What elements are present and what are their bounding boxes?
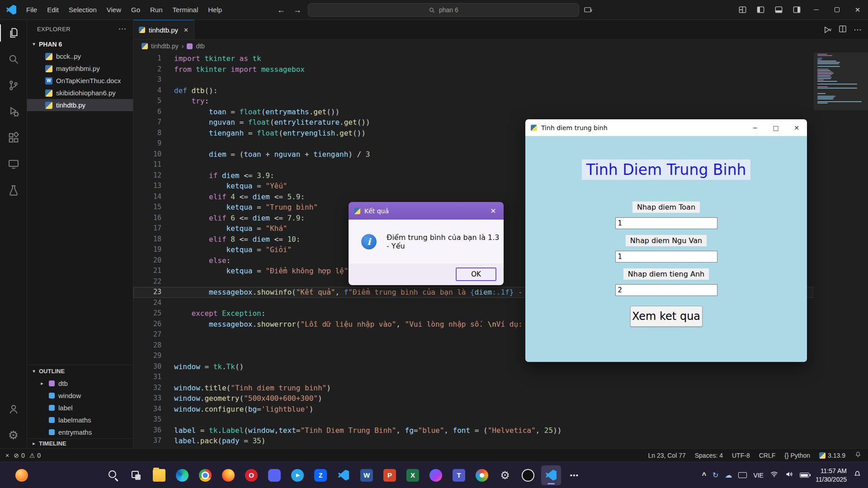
menu-view[interactable]: View (102, 4, 126, 16)
activity-search-icon[interactable] (0, 46, 27, 72)
split-editor-icon[interactable] (838, 24, 847, 35)
editor-more-icon[interactable]: ⋯ (854, 25, 862, 35)
activity-run-debug-icon[interactable] (0, 99, 27, 125)
tray-chevron-up-icon[interactable]: ^ (702, 471, 706, 479)
taskbar-messenger[interactable] (426, 465, 446, 485)
touch-keyboard-icon[interactable] (738, 472, 747, 478)
toggle-secondary-sidebar-icon[interactable] (788, 0, 806, 20)
taskbar-settings[interactable]: ⚙ (495, 465, 515, 485)
file-bcck..py[interactable]: bcck..py (27, 50, 133, 62)
close-button[interactable]: ✕ (847, 0, 868, 20)
ok-button[interactable]: OK (456, 267, 496, 281)
code-line[interactable]: 1import tkinter as tk (133, 53, 868, 64)
code-line[interactable]: 37label.pack(pady = 35) (133, 436, 868, 446)
outline-item-window[interactable]: window (27, 389, 133, 402)
warnings-indicator[interactable]: ⚠ 0 (29, 452, 41, 459)
taskbar-bell-icon[interactable] (853, 470, 862, 480)
code-line[interactable]: 31 (133, 372, 868, 383)
tk-maximize-button[interactable]: □ (765, 119, 786, 136)
taskbar-start[interactable] (80, 465, 100, 485)
code-line[interactable]: 33window.geometry("500x400+600+300") (133, 393, 868, 404)
new-window-layout-icon[interactable]: ∨ (584, 6, 593, 14)
taskbar-weather-widget[interactable] (12, 465, 32, 485)
taskbar-excel[interactable]: X (403, 465, 423, 485)
tab-tinhdtb[interactable]: tinhdtb.py ✕ (133, 20, 194, 39)
taskbar-edge[interactable] (172, 465, 192, 485)
minimap[interactable] (814, 52, 868, 448)
taskbar-photos[interactable] (472, 465, 492, 485)
tk-titlebar[interactable]: Tinh diem trung binh ─ □ ✕ (525, 119, 807, 136)
language-indicator[interactable]: VIE (753, 472, 764, 479)
code-line[interactable]: 35 (133, 414, 868, 425)
encoding[interactable]: UTF-8 (732, 452, 750, 459)
code-line[interactable]: 6 toan = float(entrymaths.get()) (133, 107, 868, 117)
back-icon[interactable]: ← (275, 5, 287, 15)
tk-close-button[interactable]: ✕ (786, 119, 807, 136)
cursor-position[interactable]: Ln 23, Col 77 (648, 452, 685, 459)
folder-phan-6[interactable]: ▾ PHAN 6 (27, 38, 133, 50)
settings-gear-icon[interactable]: ⚙ (0, 422, 27, 448)
score-entry-2[interactable] (615, 284, 717, 296)
taskbar-word[interactable]: W (357, 465, 377, 485)
taskbar-teams[interactable]: T (449, 465, 469, 485)
dialog-close-icon[interactable]: ✕ (483, 202, 504, 220)
menu-edit[interactable]: Edit (42, 4, 63, 16)
timeline-header[interactable]: ▸ TIMELINE (27, 437, 66, 450)
battery-icon[interactable] (800, 473, 809, 478)
code-line[interactable]: 34window.configure(bg='lightblue') (133, 404, 868, 415)
file-tinhdtb.py[interactable]: tinhdtb.py (27, 99, 133, 111)
tk-minimize-button[interactable]: ─ (745, 119, 765, 136)
code-line[interactable]: 2from tkinter import messagebox (133, 64, 868, 75)
toggle-panel-icon[interactable] (769, 0, 788, 20)
minimize-button[interactable] (806, 0, 826, 20)
taskbar-chrome[interactable] (195, 465, 215, 485)
code-line[interactable]: 30window = tk.Tk() (133, 361, 868, 372)
eol-sequence[interactable]: CRLF (759, 452, 776, 459)
activity-extensions-icon[interactable] (0, 125, 27, 151)
wifi-icon[interactable] (770, 470, 778, 480)
errors-indicator[interactable]: ⊘ 0 (14, 452, 25, 459)
outline-header[interactable]: ▾ OUTLINE (27, 365, 133, 377)
sync-icon[interactable]: ↻ (712, 471, 718, 479)
notifications-bell-icon[interactable] (854, 451, 862, 460)
menu-go[interactable]: Go (127, 4, 145, 16)
xem-ket-qua-button[interactable]: Xem ket qua (630, 306, 703, 327)
run-python-file-icon[interactable]: ∨ (822, 25, 832, 34)
search-input[interactable]: phan 6 (308, 3, 579, 17)
activity-source-control-icon[interactable] (0, 72, 27, 99)
forward-icon[interactable]: → (292, 5, 303, 15)
menu-terminal[interactable]: Terminal (168, 4, 203, 16)
code-line[interactable]: 4def dtb(): (133, 85, 868, 96)
file-maytinhbmi.py[interactable]: maytinhbmi.py (27, 62, 133, 75)
taskbar-clock[interactable]: 11:57 AM 11/30/2025 (816, 467, 847, 483)
dialog-titlebar[interactable]: Kết quả ✕ (349, 202, 504, 220)
taskbar-search[interactable] (103, 465, 123, 485)
toggle-primary-sidebar-icon[interactable] (751, 0, 769, 20)
tab-close-icon[interactable]: ✕ (184, 27, 189, 33)
code-line[interactable]: 36label = tk.Label(window,text="Tinh Die… (133, 425, 868, 436)
indentation[interactable]: Spaces: 4 (695, 452, 723, 459)
maximize-button[interactable] (826, 0, 847, 20)
menu-selection[interactable]: Selection (64, 4, 101, 16)
layout-grid-icon[interactable] (733, 0, 751, 20)
menu-help[interactable]: Help (203, 4, 226, 16)
outline-item-dtb[interactable]: ▸dtb (27, 377, 133, 389)
file-OnTapKienThuc.docx[interactable]: WOnTapKienThuc.docx (27, 75, 133, 87)
taskbar-task-view[interactable] (126, 465, 146, 485)
volume-icon[interactable] (785, 470, 793, 480)
outline-item-label[interactable]: label (27, 402, 133, 414)
remote-indicator-icon[interactable]: × (5, 452, 9, 459)
activity-testing-icon[interactable] (0, 177, 27, 203)
outline-item-entrymaths[interactable]: entrymaths (27, 426, 133, 438)
taskbar-file-explorer[interactable] (149, 465, 169, 485)
taskbar-opera[interactable]: O (241, 465, 261, 485)
code-line[interactable]: 32window.title("Tinh diem trung binh") (133, 383, 868, 394)
language-mode[interactable]: {} Python (784, 452, 810, 459)
breadcrumb-symbol[interactable]: dtb (196, 42, 204, 50)
taskbar-telegram[interactable]: ▶ (288, 465, 307, 485)
file-skibidiohiophan6.py[interactable]: skibidiohiophan6.py (27, 87, 133, 99)
menu-file[interactable]: File (22, 4, 42, 16)
score-entry-1[interactable] (615, 251, 717, 263)
account-icon[interactable] (0, 396, 27, 422)
taskbar-vscode-active[interactable] (541, 465, 561, 485)
